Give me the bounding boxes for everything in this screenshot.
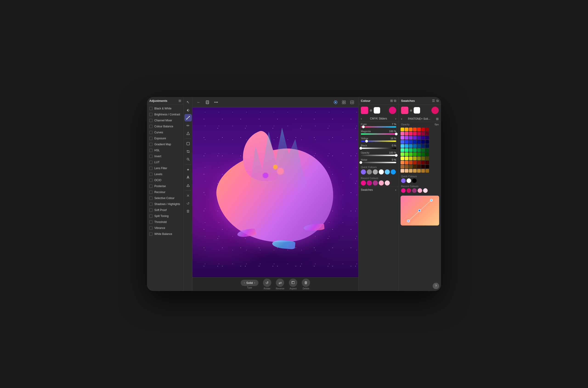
cg-swatch-10-0[interactable] bbox=[401, 169, 404, 173]
cg-swatch-6-5[interactable] bbox=[421, 152, 425, 156]
tool-text[interactable]: A bbox=[184, 174, 192, 181]
adj-item[interactable]: HSL bbox=[147, 147, 183, 153]
cg-swatch-5-3[interactable] bbox=[413, 148, 417, 152]
adj-item[interactable]: Exposure bbox=[147, 135, 183, 141]
cg-swatch-4-3[interactable] bbox=[413, 144, 417, 148]
tool-paint[interactable] bbox=[184, 130, 192, 137]
cg-swatch-10-2[interactable] bbox=[409, 169, 412, 173]
swatches-list-icon[interactable]: ☰ bbox=[432, 99, 435, 103]
adj-item[interactable]: Recolour bbox=[147, 189, 183, 195]
cg-swatch-5-0[interactable] bbox=[401, 148, 404, 152]
cg-swatch-2-2[interactable] bbox=[409, 136, 412, 140]
cg-swatch-6-1[interactable] bbox=[405, 152, 408, 156]
sp-recent-swatch-1[interactable] bbox=[407, 188, 411, 193]
cg-swatch-2-3[interactable] bbox=[413, 136, 417, 140]
tool-brush[interactable] bbox=[184, 114, 192, 121]
tool-undo[interactable]: ↺ bbox=[184, 200, 192, 207]
cg-swatch-8-0[interactable] bbox=[401, 161, 404, 164]
adj-item[interactable]: LUT bbox=[147, 159, 183, 165]
recent-swatch-2[interactable] bbox=[373, 180, 378, 186]
adj-item[interactable]: Split Toning bbox=[147, 213, 183, 219]
reverse-button[interactable]: ⇄ bbox=[276, 279, 284, 287]
sp-quick-swatch-0[interactable] bbox=[401, 178, 406, 183]
cg-swatch-2-4[interactable] bbox=[417, 136, 421, 140]
cg-swatch-9-2[interactable] bbox=[409, 165, 412, 169]
recent-swatch-3[interactable] bbox=[379, 180, 384, 186]
cg-swatch-9-0[interactable] bbox=[401, 165, 404, 169]
adj-item[interactable]: Brightness / Contrast bbox=[147, 112, 183, 118]
tool-zoom[interactable] bbox=[184, 156, 192, 163]
slider-thumb-0[interactable] bbox=[362, 125, 365, 128]
adj-checkbox[interactable] bbox=[149, 161, 153, 164]
adj-checkbox[interactable] bbox=[149, 179, 153, 182]
aspect-button[interactable]: ⧠ bbox=[289, 279, 297, 287]
cg-swatch-3-5[interactable] bbox=[421, 140, 425, 144]
noise-slider-thumb[interactable] bbox=[360, 161, 362, 164]
cg-swatch-2-5[interactable] bbox=[421, 136, 425, 140]
slider-thumb-3[interactable] bbox=[360, 147, 362, 150]
recent-swatch-1[interactable] bbox=[367, 180, 372, 186]
adjustments-menu-icon[interactable]: ⊞ bbox=[179, 99, 181, 102]
foreground-swatch[interactable] bbox=[389, 107, 396, 114]
tool-effects[interactable]: ✦ bbox=[184, 166, 192, 173]
cg-swatch-2-6[interactable] bbox=[425, 136, 429, 140]
adj-checkbox[interactable] bbox=[149, 167, 153, 170]
cg-swatch-1-6[interactable] bbox=[425, 132, 429, 135]
adj-checkbox[interactable] bbox=[149, 202, 153, 206]
adj-item[interactable]: Levels bbox=[147, 171, 183, 177]
cg-swatch-8-2[interactable] bbox=[409, 161, 412, 164]
cg-swatch-3-0[interactable] bbox=[401, 140, 404, 144]
adj-checkbox[interactable] bbox=[149, 137, 153, 140]
cg-swatch-5-2[interactable] bbox=[409, 148, 412, 152]
colour-settings-icon[interactable]: ⊞ bbox=[390, 99, 393, 103]
solid-button[interactable]: ‹ Solid › bbox=[241, 280, 258, 286]
pantone-prev-icon[interactable]: ‹ bbox=[401, 117, 402, 121]
adj-item[interactable]: Colour Balance bbox=[147, 123, 183, 129]
adj-item[interactable]: White Balance bbox=[147, 231, 183, 237]
tool-close[interactable]: ✕ bbox=[184, 192, 192, 199]
adj-item[interactable]: Gradient Map bbox=[147, 141, 183, 147]
cg-swatch-4-2[interactable] bbox=[409, 144, 412, 148]
cg-swatch-6-2[interactable] bbox=[409, 152, 412, 156]
cg-swatch-3-6[interactable] bbox=[425, 140, 429, 144]
adj-checkbox[interactable] bbox=[149, 191, 153, 194]
cg-swatch-6-4[interactable] bbox=[417, 152, 421, 156]
save-button[interactable] bbox=[204, 99, 211, 106]
cg-swatch-5-5[interactable] bbox=[421, 148, 425, 152]
cg-swatch-0-2[interactable] bbox=[409, 128, 412, 131]
adj-checkbox[interactable] bbox=[149, 149, 153, 152]
cg-swatch-0-6[interactable] bbox=[425, 128, 429, 131]
adj-checkbox[interactable] bbox=[149, 125, 153, 128]
cg-swatch-0-5[interactable] bbox=[421, 128, 425, 131]
cmyk-next-icon[interactable]: › bbox=[395, 117, 396, 121]
cg-swatch-7-5[interactable] bbox=[421, 157, 425, 160]
adj-item[interactable]: Invert bbox=[147, 153, 183, 159]
quick-swatch-1[interactable] bbox=[367, 170, 372, 174]
tool-select[interactable]: ↖ bbox=[184, 98, 192, 106]
adj-item[interactable]: Shadows / Highlights bbox=[147, 201, 183, 207]
sp-main-swatch[interactable] bbox=[401, 107, 408, 114]
sp-eyedropper-icon[interactable]: ⊕ bbox=[410, 109, 412, 112]
cg-swatch-4-5[interactable] bbox=[421, 144, 425, 148]
slider-thumb-1[interactable] bbox=[395, 133, 398, 135]
cg-swatch-8-5[interactable] bbox=[421, 161, 425, 164]
adj-item[interactable]: OCIO bbox=[147, 177, 183, 183]
sp-white-swatch[interactable] bbox=[414, 107, 420, 114]
adj-checkbox[interactable] bbox=[149, 119, 153, 122]
cg-swatch-8-1[interactable] bbox=[405, 161, 408, 164]
cg-swatch-6-3[interactable] bbox=[413, 152, 417, 156]
cg-swatch-6-6[interactable] bbox=[425, 152, 429, 156]
cg-swatch-4-0[interactable] bbox=[401, 144, 404, 148]
cg-swatch-7-4[interactable] bbox=[417, 157, 421, 160]
slider-track-1[interactable] bbox=[361, 133, 396, 135]
help-button[interactable]: ? bbox=[433, 283, 439, 289]
tool-erase[interactable] bbox=[184, 182, 192, 189]
tool-crop[interactable] bbox=[184, 148, 192, 155]
cg-swatch-6-0[interactable] bbox=[401, 152, 404, 156]
adj-checkbox[interactable] bbox=[149, 196, 153, 200]
slider-track-3[interactable] bbox=[361, 147, 396, 149]
quick-swatch-4[interactable] bbox=[385, 170, 390, 174]
quick-swatch-2[interactable] bbox=[373, 170, 378, 174]
cg-swatch-9-3[interactable] bbox=[413, 165, 417, 169]
adj-item[interactable]: Black & White bbox=[147, 105, 183, 112]
